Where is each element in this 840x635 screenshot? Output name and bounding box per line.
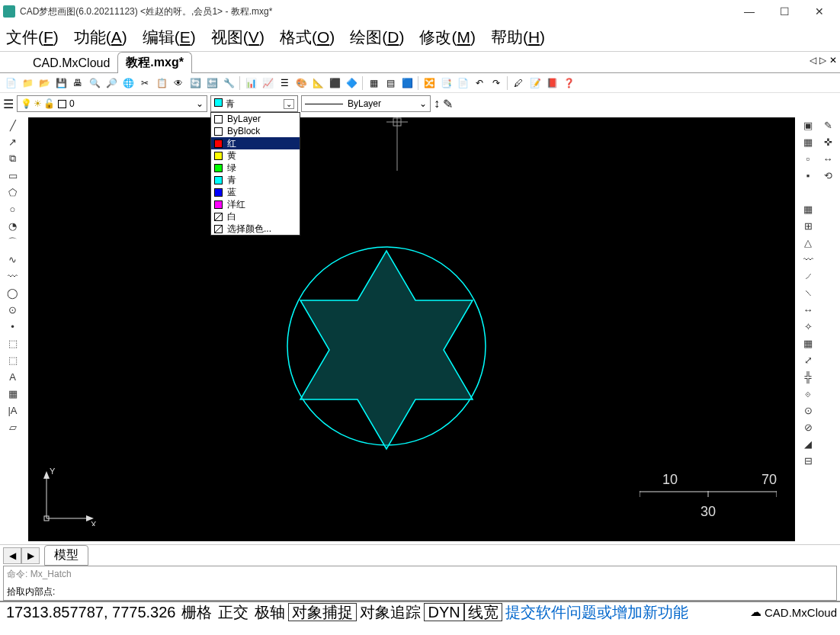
toolbar-icon[interactable]: 🔄 [188,75,203,91]
cloud-status[interactable]: ☁ CAD.MxCloud [750,605,837,619]
color-combo[interactable]: 青 ⌄ [210,95,298,112]
modify-tool-icon[interactable]: ⊘ [800,419,816,435]
draw-tool-icon[interactable]: • [5,319,21,334]
modify-tool-icon[interactable] [800,184,816,200]
brush-icon[interactable]: ✎ [443,97,453,111]
draw-tool-icon[interactable]: ▦ [5,386,21,401]
color-option[interactable]: 绿 [211,162,300,174]
toolbar-icon[interactable]: ⬛ [327,75,342,91]
color-option[interactable]: ByLayer [211,113,300,125]
tab-prev-icon[interactable]: ◁ [810,55,816,66]
toolbar-icon[interactable]: 📋 [154,75,169,91]
modify-tool-icon[interactable]: ╬ [800,369,816,384]
toolbar-icon[interactable]: 📁 [20,75,35,91]
toolbar-icon[interactable]: 📑 [438,75,454,91]
toolbar-icon[interactable]: 🖶 [70,75,85,91]
draw-tool-icon[interactable]: ↗ [5,134,21,149]
status-toggle[interactable]: 线宽 [464,603,502,621]
modify-tool-icon[interactable]: 〰 [800,252,816,267]
modify-tool-icon[interactable]: ⟐ [800,386,816,401]
status-toggle[interactable]: 对象追踪 [357,604,424,621]
draw-tool-icon[interactable]: ⌒ [5,235,21,250]
draw-tool-icon[interactable]: ◔ [5,218,21,233]
modify-tool-icon[interactable]: ✎ [820,117,835,133]
draw-tool-icon[interactable]: ╱ [5,117,21,133]
modify-tool-icon[interactable]: ⟋ [800,268,816,284]
menu-item[interactable]: 编辑(E) [139,25,199,50]
toolbar-icon[interactable]: 📊 [243,75,258,91]
lineweight-icon[interactable]: ↕ [434,97,440,111]
toolbar-icon[interactable]: ↷ [489,75,504,91]
modify-tool-icon[interactable]: ⊙ [800,402,816,418]
modify-tool-icon[interactable]: ⊟ [800,453,816,468]
layer-combo[interactable]: 💡 ☀ 🔓 0 ⌄ [17,95,207,112]
color-option[interactable]: 蓝 [211,186,300,198]
toolbar-icon[interactable]: 🌐 [120,75,136,91]
draw-tool-icon[interactable]: ◯ [5,285,21,300]
modify-tool-icon[interactable]: ◢ [800,436,816,451]
toolbar-icon[interactable]: 🔙 [204,75,220,91]
linetype-combo[interactable]: ByLayer ⌄ [301,95,431,112]
menu-item[interactable]: 绘图(D) [347,25,407,50]
toolbar-icon[interactable]: ❓ [561,75,576,91]
menu-item[interactable]: 功能(A) [71,25,130,50]
color-option[interactable]: 洋红 [211,198,300,210]
status-toggle[interactable]: 正交 [215,604,252,621]
toolbar-icon[interactable]: 🟦 [399,75,415,91]
draw-tool-icon[interactable]: ⧉ [5,151,21,166]
menu-item[interactable]: 修改(M) [416,25,479,50]
toolbar-icon[interactable]: 🔍 [87,75,102,91]
toolbar-icon[interactable]: ☰ [277,75,292,91]
maximize-button[interactable]: ☐ [767,1,802,22]
draw-tool-icon[interactable]: ⊙ [5,302,21,317]
menu-item[interactable]: 帮助(H) [488,25,548,50]
toolbar-icon[interactable]: 📕 [544,75,559,91]
tab-close-icon[interactable]: ✕ [829,55,837,66]
draw-tool-icon[interactable]: ▭ [5,168,21,183]
modify-tool-icon[interactable]: ▫ [800,151,816,166]
draw-tool-icon[interactable]: |A [5,402,21,418]
color-option[interactable]: 白 [211,210,300,223]
toolbar-icon[interactable]: 📂 [37,75,52,91]
close-button[interactable]: ✕ [802,1,837,22]
status-toggle[interactable]: 极轴 [252,604,288,621]
status-toggle[interactable]: 对象捕捉 [288,603,357,621]
modify-tool-icon[interactable]: ▦ [800,134,816,149]
menu-item[interactable]: 视图(V) [208,25,268,50]
color-option[interactable]: ByBlock [211,125,300,137]
draw-tool-icon[interactable]: ▱ [5,419,21,435]
toolbar-icon[interactable]: ▤ [383,75,398,91]
modify-tool-icon[interactable]: ▪ [800,168,816,183]
draw-tool-icon[interactable]: 〰 [5,268,21,284]
color-option[interactable]: 黄 [211,149,300,162]
feedback-link[interactable]: 提交软件问题或增加新功能 [502,602,691,623]
toolbar-icon[interactable]: 🔷 [344,75,359,91]
status-toggle[interactable]: DYN [424,603,463,621]
toolbar-icon[interactable]: 📈 [260,75,275,91]
modify-tool-icon[interactable]: ⟍ [800,285,816,300]
modify-tool-icon[interactable]: ↔ [820,151,835,166]
toolbar-icon[interactable]: ↶ [472,75,487,91]
minimize-button[interactable]: — [732,1,767,22]
toolbar-icon[interactable]: 🔧 [221,75,236,91]
menu-item[interactable]: 格式(O) [277,25,338,50]
toolbar-icon[interactable]: 🔎 [104,75,119,91]
layout-next-button[interactable]: ▶ [21,547,40,564]
document-tab[interactable]: 教程.mxg* [117,52,192,73]
toolbar-icon[interactable]: 📄 [3,75,18,91]
toolbar-icon[interactable]: 📄 [455,75,470,91]
modify-tool-icon[interactable]: ⟲ [820,168,835,183]
status-toggle[interactable]: 栅格 [178,604,215,621]
toolbar-icon[interactable]: 📝 [527,75,543,91]
model-tab[interactable]: 模型 [44,545,88,566]
menu-item[interactable]: 文件(F) [3,25,62,50]
toolbar-icon[interactable]: 📐 [310,75,325,91]
draw-tool-icon[interactable]: ⬠ [5,184,21,200]
modify-tool-icon[interactable]: ✜ [820,134,835,149]
toolbar-icon[interactable]: 💾 [53,75,69,91]
modify-tool-icon[interactable]: △ [800,235,816,250]
modify-tool-icon[interactable]: ↔ [800,302,816,317]
modify-tool-icon[interactable]: ▦ [800,335,816,351]
draw-tool-icon[interactable]: A [5,369,21,384]
draw-tool-icon[interactable]: ⬚ [5,335,21,351]
